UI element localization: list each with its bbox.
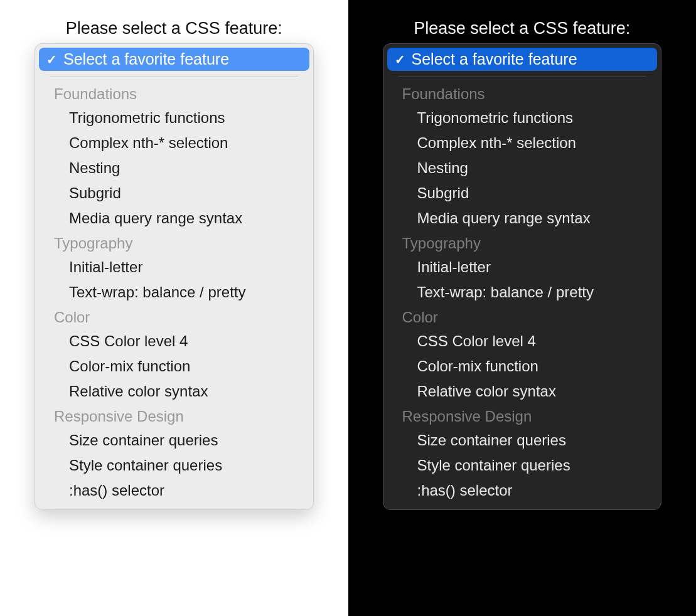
checkmark-icon: ✓ xyxy=(395,53,405,66)
option-css-color-level-4[interactable]: CSS Color level 4 xyxy=(387,329,658,354)
option-trigonometric-functions[interactable]: Trigonometric functions xyxy=(387,105,658,130)
option-subgrid[interactable]: Subgrid xyxy=(387,181,658,206)
selected-option-row[interactable]: ✓ Select a favorite feature xyxy=(387,48,658,71)
option-text-wrap-balance-pretty[interactable]: Text-wrap: balance / pretty xyxy=(387,280,658,305)
group-label-responsive-design: Responsive Design xyxy=(387,404,658,428)
group-label-typography: Typography xyxy=(39,231,309,255)
group-label-color: Color xyxy=(39,305,309,329)
selected-option-label: Select a favorite feature xyxy=(412,50,577,68)
group-label-color: Color xyxy=(387,305,658,329)
divider xyxy=(50,76,298,77)
option-color-mix-function[interactable]: Color-mix function xyxy=(387,354,658,379)
dark-mode-pane: Please select a CSS feature: ✓ Select a … xyxy=(348,0,697,616)
option-color-mix-function[interactable]: Color-mix function xyxy=(39,354,309,379)
option-trigonometric-functions[interactable]: Trigonometric functions xyxy=(39,105,309,130)
option-subgrid[interactable]: Subgrid xyxy=(39,181,309,206)
group-label-typography: Typography xyxy=(387,231,658,255)
select-dropdown-dark[interactable]: ✓ Select a favorite feature Foundations … xyxy=(383,43,662,510)
option-complex-nth-selection[interactable]: Complex nth-* selection xyxy=(39,130,309,156)
option-nesting[interactable]: Nesting xyxy=(39,156,309,181)
option-media-query-range-syntax[interactable]: Media query range syntax xyxy=(387,206,658,231)
checkmark-icon: ✓ xyxy=(46,53,57,66)
prompt-label: Please select a CSS feature: xyxy=(383,19,662,38)
light-mode-pane: Please select a CSS feature: ✓ Select a … xyxy=(0,0,348,616)
option-size-container-queries[interactable]: Size container queries xyxy=(39,428,309,453)
option-css-color-level-4[interactable]: CSS Color level 4 xyxy=(39,329,309,354)
group-label-foundations: Foundations xyxy=(39,82,309,105)
option-has-selector[interactable]: :has() selector xyxy=(39,478,309,503)
group-label-responsive-design: Responsive Design xyxy=(39,404,309,428)
divider xyxy=(399,76,646,77)
option-relative-color-syntax[interactable]: Relative color syntax xyxy=(387,379,658,404)
option-initial-letter[interactable]: Initial-letter xyxy=(387,255,658,280)
option-size-container-queries[interactable]: Size container queries xyxy=(387,428,658,453)
group-label-foundations: Foundations xyxy=(387,82,658,105)
selected-option-label: Select a favorite feature xyxy=(63,50,229,68)
selected-option-row[interactable]: ✓ Select a favorite feature xyxy=(39,48,309,71)
option-style-container-queries[interactable]: Style container queries xyxy=(39,453,309,478)
option-text-wrap-balance-pretty[interactable]: Text-wrap: balance / pretty xyxy=(39,280,309,305)
option-relative-color-syntax[interactable]: Relative color syntax xyxy=(39,379,309,404)
option-style-container-queries[interactable]: Style container queries xyxy=(387,453,658,478)
option-complex-nth-selection[interactable]: Complex nth-* selection xyxy=(387,130,658,156)
prompt-label: Please select a CSS feature: xyxy=(35,19,314,38)
option-has-selector[interactable]: :has() selector xyxy=(387,478,658,503)
option-nesting[interactable]: Nesting xyxy=(387,156,658,181)
option-initial-letter[interactable]: Initial-letter xyxy=(39,255,309,280)
option-media-query-range-syntax[interactable]: Media query range syntax xyxy=(39,206,309,231)
select-dropdown-light[interactable]: ✓ Select a favorite feature Foundations … xyxy=(35,43,314,510)
